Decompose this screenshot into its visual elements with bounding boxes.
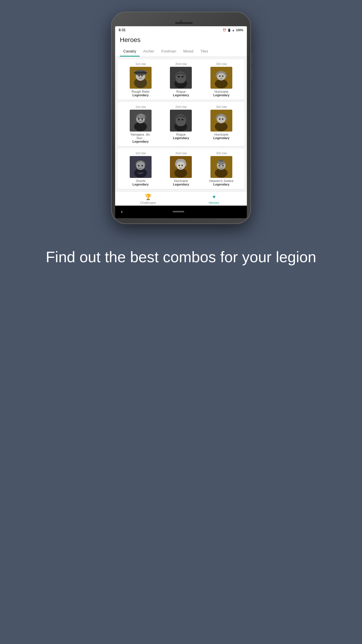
hero-portrait-orochi[interactable] <box>130 156 152 178</box>
hero-name: Orochi <box>136 179 145 183</box>
hero-rarity: Legendary <box>213 93 230 97</box>
heroes-label: Heroes <box>209 201 219 204</box>
row-label: 2nd row <box>175 105 187 108</box>
svg-point-4 <box>138 75 140 77</box>
phone-outer: 8:31 ⏰ 📳 ▲ 100% Heroes Cavalry Archer Fo… <box>111 12 251 224</box>
hero-card-2: 1st row <box>117 102 245 146</box>
svg-point-31 <box>219 118 221 120</box>
row-label: 3rd row <box>216 62 227 66</box>
nav-heroes[interactable]: ✦ Heroes <box>181 193 247 204</box>
hero-item[interactable]: 2nd row <box>168 62 194 97</box>
hero-item[interactable]: 2nd row Rogue <box>168 105 194 140</box>
hero-rarity: Legendary <box>133 183 149 186</box>
svg-point-15 <box>219 76 221 77</box>
phone-frame: 8:31 ⏰ 📳 ▲ 100% Heroes Cavalry Archer Fo… <box>111 12 251 224</box>
tab-archer[interactable]: Archer <box>140 47 158 57</box>
hero-rarity: Legendary <box>173 183 189 186</box>
svg-point-37 <box>141 165 143 167</box>
hero-name: Rogue <box>176 90 186 93</box>
hero-item[interactable]: 3rd row <box>208 151 235 186</box>
nav-challenges[interactable]: 🏆 Challenges <box>115 193 181 204</box>
hero-portrait-heavens-justice[interactable] <box>210 156 232 178</box>
hero-rarity: Legendary <box>213 136 230 140</box>
hero-rarity: Legendary <box>213 183 230 186</box>
svg-point-16 <box>222 76 224 77</box>
hero-name: Hurricane <box>174 179 188 183</box>
alarm-icon: ⏰ <box>223 29 226 32</box>
hero-rarity: Legendary <box>133 93 149 97</box>
home-button[interactable] <box>173 211 184 212</box>
tab-footman[interactable]: Footman <box>158 47 180 57</box>
hero-name: Rough Rider <box>131 90 150 93</box>
hero-name: Rogue <box>176 133 186 136</box>
hero-item[interactable]: 1st row <box>127 105 154 143</box>
challenges-icon: 🏆 <box>145 193 152 200</box>
hero-rarity: Legendary <box>133 140 149 143</box>
tab-mixed[interactable]: Mixed <box>180 47 197 57</box>
row-label: 2nd row <box>175 62 187 66</box>
row-label: 1st row <box>136 62 146 66</box>
phone-speaker <box>175 22 193 24</box>
svg-point-32 <box>222 118 224 120</box>
svg-point-22 <box>141 118 143 120</box>
svg-rect-47 <box>219 160 223 162</box>
status-time: 8:31 <box>119 28 126 32</box>
svg-point-10 <box>178 76 180 78</box>
wifi-icon: ▲ <box>232 29 235 32</box>
hero-item[interactable]: 2nd row Hurri <box>168 151 194 186</box>
svg-point-36 <box>138 165 139 167</box>
svg-point-42 <box>182 165 183 166</box>
android-nav: ‹ <box>115 206 247 218</box>
vibrate-icon: 📳 <box>227 29 231 32</box>
status-bar: 8:31 ⏰ 📳 ▲ 100% <box>115 26 247 34</box>
hero-name: Hurricane <box>215 133 229 136</box>
app-header: Heroes Cavalry Archer Footman Mixed Tile… <box>115 34 247 57</box>
volume-up-button <box>251 52 252 64</box>
content-area: 1st row <box>115 57 247 191</box>
hero-rarity: Legendary <box>173 93 189 97</box>
hero-portrait-hurricane-2[interactable] <box>210 110 232 132</box>
row-label: 1st row <box>136 151 146 155</box>
battery-icon: 100% <box>236 29 243 32</box>
svg-point-48 <box>219 165 220 167</box>
hero-portrait-rogue[interactable] <box>170 67 192 89</box>
row-label: 3rd row <box>216 151 227 155</box>
status-icons: ⏰ 📳 ▲ 100% <box>223 29 243 32</box>
hero-portrait-yamajara[interactable] <box>130 110 152 132</box>
svg-point-5 <box>141 75 143 77</box>
row-label: 3rd row <box>216 105 227 108</box>
tabs-container: Cavalry Archer Footman Mixed Tiles <box>120 47 242 57</box>
hero-name: Heaven's Justice <box>209 179 233 183</box>
svg-point-26 <box>178 119 180 120</box>
hero-card-1: 1st row <box>117 59 245 100</box>
row-label: 2nd row <box>175 151 187 155</box>
hero-name: Yamajara: Jin-Suo... <box>127 133 154 140</box>
hero-portrait-hurricane-3[interactable] <box>170 156 192 178</box>
svg-point-11 <box>182 76 183 78</box>
challenges-label: Challenges <box>140 201 156 204</box>
svg-point-20 <box>136 114 145 119</box>
hero-portrait-rough-rider[interactable] <box>130 67 152 89</box>
hero-item[interactable]: 1st row <box>127 62 154 97</box>
back-button[interactable]: ‹ <box>121 209 123 215</box>
volume-down-button <box>251 69 252 80</box>
caption-text: Find out the best combos for your legion <box>22 247 340 267</box>
row-label: 1st row <box>136 105 146 108</box>
heroes-icon: ✦ <box>212 193 217 200</box>
svg-point-49 <box>222 165 224 167</box>
hero-card-3: 1st row <box>117 148 245 189</box>
hero-portrait-hurricane[interactable] <box>210 67 232 89</box>
tab-cavalry[interactable]: Cavalry <box>120 47 140 57</box>
hero-name: Hurricane <box>215 90 229 93</box>
svg-point-41 <box>179 165 180 166</box>
tab-tiles[interactable]: Tiles <box>197 47 212 57</box>
hero-portrait-rogue-2[interactable] <box>170 110 192 132</box>
phone-screen: 8:31 ⏰ 📳 ▲ 100% Heroes Cavalry Archer Fo… <box>115 26 247 218</box>
svg-point-21 <box>138 118 139 120</box>
app-title: Heroes <box>120 36 242 44</box>
hero-rarity: Legendary <box>173 136 189 140</box>
hero-item[interactable]: 3rd row Hurri <box>208 62 235 97</box>
hero-item[interactable]: 1st row <box>127 151 154 186</box>
hero-item[interactable]: 3rd row Hurricane <box>208 105 235 140</box>
bottom-nav: 🏆 Challenges ✦ Heroes <box>115 191 247 206</box>
